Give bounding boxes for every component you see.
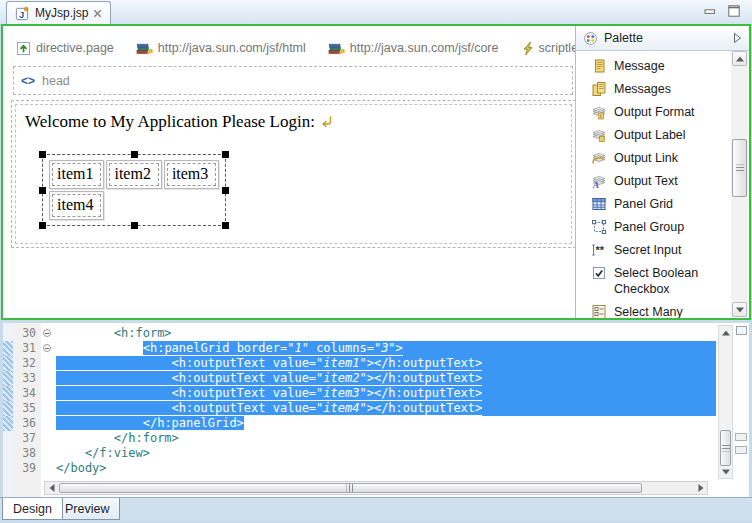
panel-grid-cell[interactable]: item2 xyxy=(106,160,161,189)
selection-fill xyxy=(150,446,716,461)
body-element-box[interactable]: Welcome to My Application Please Login: … xyxy=(11,100,575,248)
selection-handle[interactable] xyxy=(222,187,229,194)
panel-grid-selected[interactable]: item1item2item3item4 xyxy=(42,154,226,226)
palette-item-output-text[interactable]: AOutput Text xyxy=(591,173,711,189)
overview-ruler-header[interactable] xyxy=(736,326,747,335)
folding-ruler xyxy=(41,326,56,341)
scroll-right-icon[interactable] xyxy=(694,482,707,494)
source-editor[interactable]: 30 <h:form>31 <h:panelGrid border="1" co… xyxy=(3,323,749,497)
selection-handle[interactable] xyxy=(39,187,46,194)
selection-handle[interactable] xyxy=(222,222,229,229)
code-text-area[interactable]: 30 <h:form>31 <h:panelGrid border="1" co… xyxy=(3,326,716,476)
palette-item-panel-group[interactable]: Panel Group xyxy=(591,219,711,235)
palette-icon xyxy=(583,31,598,46)
folding-ruler xyxy=(41,386,56,401)
palette-item-secret-input[interactable]: **Secret Input xyxy=(591,242,711,258)
vertical-scrollbar-thumb[interactable] xyxy=(720,430,731,466)
selection-handle[interactable] xyxy=(131,222,138,229)
selection-handle[interactable] xyxy=(222,151,229,158)
output-format-icon: t xyxy=(591,104,607,120)
palette-item-select-boolean-checkbox[interactable]: Select Boolean Checkbox xyxy=(591,265,711,297)
messages-icon xyxy=(591,81,607,97)
palette-item-output-format[interactable]: tOutput Format xyxy=(591,104,711,120)
head-element-box[interactable]: <> head xyxy=(13,66,573,95)
panel-grid-cell[interactable]: item1 xyxy=(49,160,104,189)
minimize-editor-icon[interactable] xyxy=(704,6,716,17)
code-line: 34 <h:outputText value="item3"></h:outpu… xyxy=(3,386,716,401)
selection-fill xyxy=(482,401,716,416)
code-text: <h:outputText value="item4"></h:outputTe… xyxy=(56,401,482,416)
maximize-editor-icon[interactable] xyxy=(728,5,740,17)
scroll-up-icon[interactable] xyxy=(732,51,747,66)
palette-item-label: Message xyxy=(614,58,665,74)
code-text: <h:form> xyxy=(56,326,172,341)
palette-item-output-label[interactable]: Output Label xyxy=(591,127,711,143)
design-toolbar: directive.pagehttp://java.sun.com/jsf/ht… xyxy=(3,26,575,57)
tab-preview[interactable]: Preview xyxy=(55,498,120,520)
svg-text:J: J xyxy=(19,9,24,19)
output-text-value: item2 xyxy=(109,163,158,186)
scroll-up-icon[interactable] xyxy=(719,326,732,339)
code-line: 31 <h:panelGrid border="1" columns="3"> xyxy=(3,341,716,356)
line-number: 35 xyxy=(13,401,41,416)
editor-tab-title: MyJsp.jsp xyxy=(35,6,88,20)
code-text: </h:form> xyxy=(56,431,179,446)
panel-group-icon xyxy=(591,219,607,235)
tab-design-label: Design xyxy=(13,502,52,516)
line-number: 31 xyxy=(13,341,41,356)
design-canvas[interactable]: directive.pagehttp://java.sun.com/jsf/ht… xyxy=(3,26,575,318)
folding-ruler xyxy=(41,371,56,386)
palette-scrollbar-thumb[interactable] xyxy=(732,139,747,197)
taglib-declaration-label: directive.page xyxy=(36,41,114,55)
selection-fill xyxy=(107,461,716,476)
horizontal-scrollbar-thumb[interactable] xyxy=(59,483,642,493)
overview-annotation-mark[interactable] xyxy=(735,433,747,441)
overview-annotation-mark[interactable] xyxy=(735,446,747,454)
palette-item-label: Secret Input xyxy=(614,242,681,258)
palette-item-label: Panel Group xyxy=(614,219,684,235)
palette-item-select-many-checkbox[interactable]: Select Many Checkbox xyxy=(591,304,711,318)
palette-expand-icon[interactable] xyxy=(733,32,742,44)
selection-handle[interactable] xyxy=(39,222,46,229)
code-line: 35 <h:outputText value="item4"></h:outpu… xyxy=(3,401,716,416)
code-text: <h:outputText value="item2"></h:outputTe… xyxy=(56,371,482,386)
tab-design[interactable]: Design xyxy=(2,498,63,520)
panel-grid-cell[interactable]: item4 xyxy=(49,191,104,220)
fold-collapse-icon[interactable] xyxy=(43,344,51,352)
code-line: 30 <h:form> xyxy=(3,326,716,341)
palette-item-messages[interactable]: Messages xyxy=(591,81,711,97)
line-number: 36 xyxy=(13,416,41,431)
selection-fill xyxy=(403,341,716,356)
code-line: 32 <h:outputText value="item1"></h:outpu… xyxy=(3,356,716,371)
welcome-text-line[interactable]: Welcome to My Application Please Login: xyxy=(25,112,562,132)
palette-panel: Palette MessageMessagestOutput FormatOut… xyxy=(575,26,749,318)
panel-grid-table: item1item2item3item4 xyxy=(48,159,220,221)
palette-item-list: MessageMessagestOutput FormatOutput Labe… xyxy=(576,51,749,318)
scroll-down-icon[interactable] xyxy=(732,302,747,317)
palette-item-output-link[interactable]: Output Link xyxy=(591,150,711,166)
tab-close-icon[interactable] xyxy=(93,9,102,18)
scroll-down-icon[interactable] xyxy=(719,465,732,478)
fold-collapse-icon[interactable] xyxy=(43,329,51,337)
selection-handle[interactable] xyxy=(131,151,138,158)
folding-ruler xyxy=(41,341,56,356)
palette-header[interactable]: Palette xyxy=(576,26,749,51)
form-element-box[interactable]: Welcome to My Application Please Login: … xyxy=(15,104,572,244)
panel-grid-cell[interactable]: item3 xyxy=(164,160,219,189)
selection-fill xyxy=(482,371,716,386)
taglib-declaration[interactable]: http://java.sun.com/jsf/html xyxy=(136,41,306,56)
selection-range-indicator xyxy=(3,371,13,386)
jsp-file-icon: J xyxy=(15,6,30,21)
taglib-declaration[interactable]: http://java.sun.com/jsf/core xyxy=(328,41,499,56)
folding-ruler xyxy=(41,431,56,446)
editor-tab-myjsp[interactable]: J MyJsp.jsp xyxy=(6,1,111,24)
scroll-left-icon[interactable] xyxy=(45,482,58,494)
selection-handle[interactable] xyxy=(39,151,46,158)
selection-range-indicator xyxy=(3,386,13,401)
line-number: 38 xyxy=(13,446,41,461)
palette-item-panel-grid[interactable]: Panel Grid xyxy=(591,196,711,212)
palette-item-message[interactable]: Message xyxy=(591,58,711,74)
taglib-declaration[interactable]: scriptlet xyxy=(521,41,576,56)
taglib-declaration[interactable]: directive.page xyxy=(16,41,114,56)
line-break-icon[interactable] xyxy=(320,115,333,129)
